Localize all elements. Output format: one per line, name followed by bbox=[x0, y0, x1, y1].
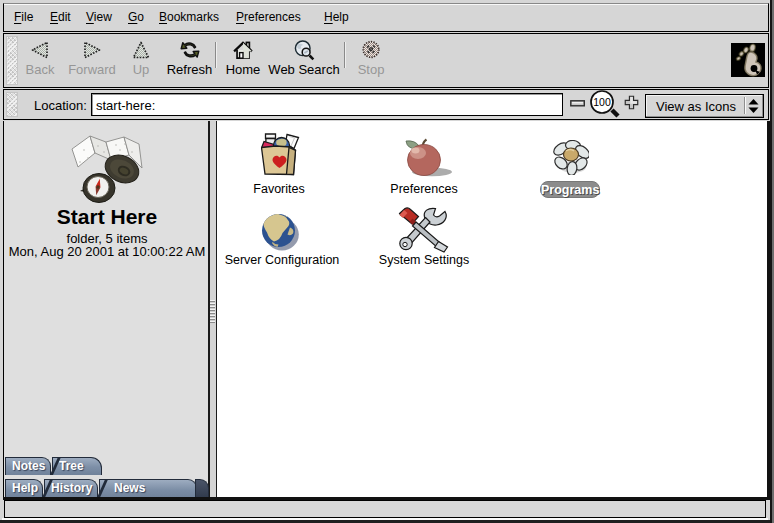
svg-text:100: 100 bbox=[593, 96, 611, 108]
